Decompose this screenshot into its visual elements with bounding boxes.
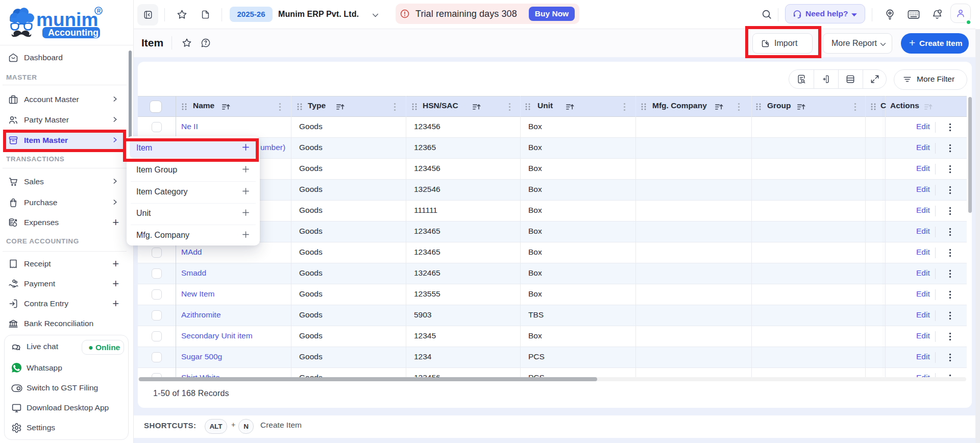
svg-text:munim: munim (36, 9, 98, 30)
svg-text:R: R (97, 8, 101, 14)
svg-text:Accounting: Accounting (48, 28, 99, 38)
